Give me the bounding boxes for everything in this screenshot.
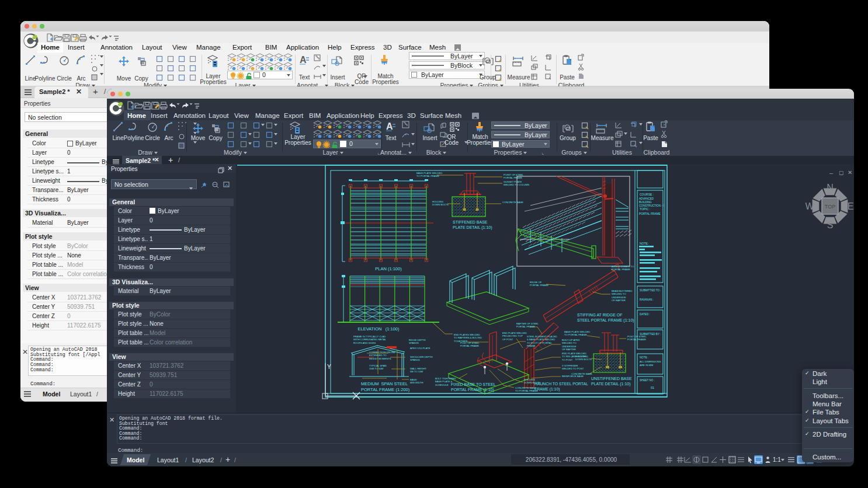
svg-text:TO PORTAL FRAME: TO PORTAL FRAME: [564, 333, 587, 336]
svg-text:N: N: [827, 183, 834, 193]
svg-text:MEDIUM SPAN STEEL: MEDIUM SPAN STEEL: [361, 381, 408, 386]
svg-text:POST OF STEEL: POST OF STEEL: [460, 341, 480, 344]
svg-text:SPAN/35: SPAN/35: [409, 341, 419, 344]
svg-text:RIDGE OF: RIDGE OF: [530, 281, 542, 284]
svg-text:A: A: [386, 121, 393, 131]
svg-text:& BASE PLATE WELDED: & BASE PLATE WELDED: [527, 338, 555, 341]
svg-text:DOWN BOLTS: DOWN BOLTS: [432, 203, 449, 206]
svg-text:BASE PLATE WELDED: BASE PLATE WELDED: [564, 330, 590, 333]
svg-text:CONCRETE BASE: CONCRETE BASE: [571, 372, 592, 375]
svg-text:01: 01: [651, 386, 654, 389]
svg-text:HOLDING: HOLDING: [432, 200, 443, 203]
svg-text:TO PORTAL FRAME: TO PORTAL FRAME: [515, 389, 538, 392]
svg-text:SUBMITTED TO :: SUBMITTED TO :: [640, 289, 661, 292]
svg-text:OF POST: OF POST: [502, 338, 513, 341]
svg-text:TOPIC :: TOPIC :: [640, 207, 650, 211]
svg-text:PLATE DETAIL (1:10): PLATE DETAIL (1:10): [591, 382, 631, 386]
svg-text:MIN WIDTH: MIN WIDTH: [410, 381, 423, 384]
svg-text:RAFTER OF STEEL: RAFTER OF STEEL: [516, 322, 539, 325]
svg-text:END PLATE WELDED: END PLATE WELDED: [502, 332, 527, 334]
svg-text:S: S: [827, 220, 834, 230]
svg-text:HAUNCH TO STEEL PORTAL: HAUNCH TO STEEL PORTAL: [534, 382, 588, 386]
svg-text:UNDERSIDE: UNDERSIDE: [612, 296, 626, 299]
svg-text:DOWN BOLTS: DOWN BOLTS: [524, 381, 540, 384]
svg-text:WELDED TO: WELDED TO: [612, 292, 626, 295]
svg-text:CONSTRUCTION - I: CONSTRUCTION - I: [639, 204, 664, 207]
svg-text:PORTAL FRAME: PORTAL FRAME: [639, 212, 661, 215]
svg-text:E: E: [848, 201, 854, 211]
svg-text:STIFFENED BASE: STIFFENED BASE: [453, 220, 488, 224]
svg-text:5M TO 10M: 5M TO 10M: [410, 370, 423, 373]
svg-text:UNDERSIDE: UNDERSIDE: [562, 345, 577, 348]
svg-text:EXTENDED TO: EXTENDED TO: [369, 354, 387, 357]
svg-text:APEX 1/10 PLATE: APEX 1/10 PLATE: [410, 347, 430, 350]
svg-text:OF RAFTER: OF RAFTER: [562, 348, 576, 351]
svg-text:PROJECTED TOP: PROJECTED TOP: [502, 334, 523, 337]
svg-text:GUSSET PLATE: GUSSET PLATE: [504, 180, 522, 183]
svg-text:FRAME (1:10): FRAME (1:10): [534, 387, 560, 392]
svg-text:OF RAFTER: OF RAFTER: [612, 299, 626, 302]
svg-text:PLATE DETAIL (1:10): PLATE DETAIL (1:10): [453, 225, 492, 230]
svg-text:BASE PLATE &: BASE PLATE &: [435, 380, 452, 383]
svg-text:BASE:: BASE:: [410, 378, 417, 381]
svg-text:WALL HEIGHT: WALL HEIGHT: [410, 367, 427, 370]
svg-text:END PLATES WELDED: END PLATES WELDED: [454, 333, 480, 336]
svg-text:BUILDING: BUILDING: [639, 201, 652, 204]
svg-text:Y: Y: [327, 364, 331, 370]
svg-text:PORTAL FRAME: PORTAL FRAME: [504, 176, 522, 179]
svg-text:CONCRETE BASE: CONCRETE BASE: [502, 201, 523, 204]
svg-text:SPAN/40: SPAN/40: [410, 358, 421, 361]
svg-text:15M TO 50M: 15M TO 50M: [369, 367, 384, 370]
svg-text:STEEL PORTAL FRAME (1:10): STEEL PORTAL FRAME (1:10): [577, 318, 634, 323]
svg-text:UNSTIFFENED BASE: UNSTIFFENED BASE: [591, 377, 632, 381]
svg-text:A: A: [300, 55, 307, 65]
svg-text:HOLDING: HOLDING: [575, 355, 586, 358]
svg-text:PORTAL FRAME (1:10): PORTAL FRAME (1:10): [451, 388, 494, 392]
svg-text:RESIST MOMENTS: RESIST MOMENTS: [369, 357, 391, 360]
svg-text:WELDED TO POST: WELDED TO POST: [562, 367, 584, 370]
svg-text:PORTAL FRAME: PORTAL FRAME: [612, 268, 630, 271]
svg-text:NOTE :: NOTE :: [640, 356, 648, 359]
svg-text:V STIFFENER: V STIFFENER: [562, 364, 578, 367]
svg-text:FRAME IS TYPICALLY CLAD: FRAME IS TYPICALLY CLAD: [353, 335, 386, 338]
svg-text:TYPICAL SPAN: TYPICAL SPAN: [369, 364, 387, 367]
svg-text:SHEET NO :: SHEET NO :: [640, 379, 655, 382]
svg-text:ANGLE CLEATS TO: ANGLE CLEATS TO: [612, 265, 634, 268]
svg-text:SHOULDER DEPTH: SHOULDER DEPTH: [410, 355, 433, 358]
svg-text:TOP: TOP: [825, 204, 835, 210]
svg-text:PORTAL FRAME: PORTAL FRAME: [627, 338, 646, 341]
svg-text:PORTAL FRAME: PORTAL FRAME: [460, 344, 479, 347]
svg-text:PORTAL FRAME: PORTAL FRAME: [516, 325, 535, 328]
svg-text:RAVANAN :: RAVANAN :: [640, 298, 654, 301]
svg-text:DATED :: DATED :: [640, 313, 650, 316]
svg-text:HOLDING: HOLDING: [524, 378, 535, 381]
svg-text:TO PORTAL FRAME: TO PORTAL FRAME: [416, 175, 439, 177]
svg-text:W: W: [805, 201, 814, 211]
svg-text:BASE PLATE WELDED: BASE PLATE WELDED: [416, 172, 442, 175]
svg-text:ELEVATION (1:100): ELEVATION (1:100): [358, 326, 400, 332]
svg-text:POINT OF STEEL: POINT OF STEEL: [504, 173, 524, 176]
svg-text:TO RAFTERS & BOLTED: TO RAFTERS & BOLTED: [454, 336, 482, 339]
svg-text:CONNECTION ONLINE: CONNECTION ONLINE: [369, 351, 395, 354]
svg-text:WITH CORRUGATED METAL: WITH CORRUGATED METAL: [353, 338, 387, 341]
svg-text:NOTE:: NOTE:: [640, 242, 648, 245]
svg-text:PORTAL FRAME (1:200): PORTAL FRAME (1:200): [361, 387, 410, 392]
svg-text:PORTAL FRAME: PORTAL FRAME: [530, 284, 548, 287]
svg-text:ROOFS AND SIDES: ROOFS AND SIDES: [353, 341, 376, 344]
svg-text:BOLT TIGHTENED: BOLT TIGHTENED: [435, 377, 456, 380]
svg-text:BUILT-UP APEX: BUILT-UP APEX: [562, 339, 580, 341]
svg-text:SCHEDULE: SCHEDULE: [435, 384, 449, 386]
svg-text:SUBMITTED BY :: SUBMITTED BY :: [640, 333, 661, 336]
svg-text:TO FOOT OF PORTAL: TO FOOT OF PORTAL: [527, 341, 553, 344]
svg-text:COURSE :: COURSE :: [640, 193, 654, 196]
svg-text:BEAM BUTTERED: BEAM BUTTERED: [612, 290, 633, 292]
svg-text:FIXED BASE TO STEEL: FIXED BASE TO STEEL: [451, 382, 496, 386]
svg-text:STIFFING AT RIDGE OF: STIFFING AT RIDGE OF: [577, 313, 623, 317]
svg-text:TO POST: TO POST: [562, 358, 573, 361]
svg-text:ALL DIMENSIONS: ALL DIMENSIONS: [640, 360, 661, 363]
svg-text:PLAN (1:100): PLAN (1:100): [375, 266, 402, 271]
svg-text:STEEL ELEMENT PLACED: STEEL ELEMENT PLACED: [527, 335, 557, 338]
svg-text:DOWN BOLTS: DOWN BOLTS: [575, 358, 592, 361]
svg-text:ADVANCED: ADVANCED: [639, 197, 654, 200]
svg-text:ARE IN MM: ARE IN MM: [640, 364, 654, 367]
